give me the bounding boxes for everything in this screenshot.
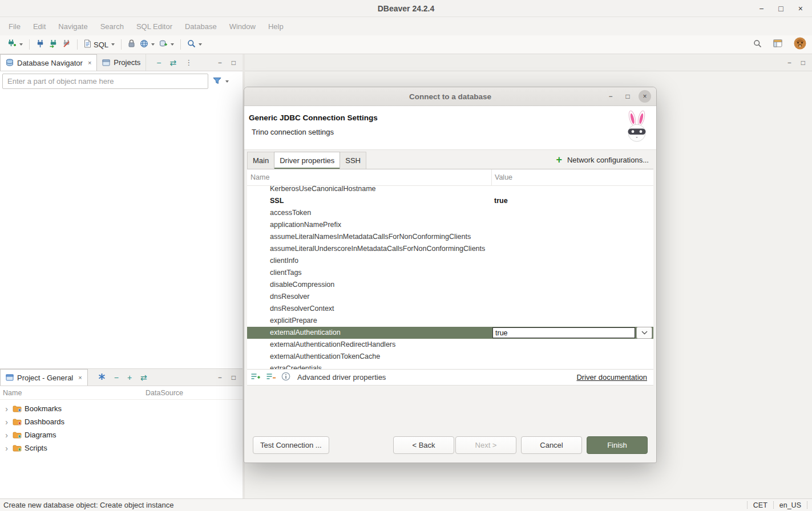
- menu-item-file[interactable]: File: [2, 19, 27, 34]
- tab-projects[interactable]: Projects: [97, 54, 146, 71]
- chevron-down-icon: [171, 43, 174, 46]
- filter-settings-button[interactable]: [213, 76, 229, 87]
- search-metadata-button[interactable]: [185, 38, 204, 52]
- menu-item-search[interactable]: Search: [94, 19, 130, 34]
- configure-columns-icon[interactable]: [98, 372, 106, 383]
- window-layout-icon[interactable]: [773, 39, 782, 50]
- chevron-right-icon[interactable]: ›: [3, 417, 10, 427]
- disconnect-button[interactable]: [60, 38, 73, 52]
- dialog-tab-ssh[interactable]: SSH: [340, 152, 366, 169]
- property-row-externalauthenticationtokencache[interactable]: externalAuthenticationTokenCache: [247, 351, 653, 363]
- minimize-panel-icon[interactable]: −: [218, 374, 222, 382]
- menu-item-help[interactable]: Help: [262, 19, 290, 34]
- dialog-tab-main[interactable]: Main: [247, 152, 274, 169]
- expand-all-icon[interactable]: +: [127, 374, 132, 382]
- chevron-right-icon[interactable]: ›: [3, 444, 10, 453]
- status-timezone[interactable]: CET: [753, 501, 767, 509]
- property-row-ssl[interactable]: SSLtrue: [247, 195, 653, 207]
- navigator-panel-controls: − □: [218, 54, 243, 71]
- tree-item-dashboards[interactable]: ›Dashboards: [0, 415, 243, 428]
- chevron-right-icon[interactable]: ›: [3, 431, 10, 440]
- transaction-commit-button[interactable]: [157, 38, 176, 52]
- column-header-name[interactable]: Name: [247, 173, 491, 181]
- commit-mode-button[interactable]: [126, 38, 138, 52]
- tab-database-navigator[interactable]: Database Navigator×: [0, 54, 97, 71]
- column-header-datasource[interactable]: DataSource: [146, 389, 183, 397]
- dialog-titlebar[interactable]: Connect to a database − □ ×: [244, 87, 656, 106]
- back-button[interactable]: < Back: [393, 436, 454, 454]
- column-header-value[interactable]: Value: [491, 169, 653, 185]
- global-search-icon[interactable]: [753, 39, 762, 50]
- driver-documentation-link[interactable]: Driver documentation: [576, 373, 649, 382]
- property-row-assumeliteralunderscoreinmetadatacallsfornonconformingclients[interactable]: assumeLiteralUnderscoreInMetadataCallsFo…: [247, 243, 653, 255]
- maximize-panel-icon[interactable]: □: [801, 59, 805, 67]
- remove-property-icon[interactable]: [266, 372, 276, 383]
- cancel-button[interactable]: Cancel: [521, 436, 582, 454]
- property-row-dnsresolver[interactable]: dnsResolver: [247, 291, 653, 303]
- tree-item-diagrams[interactable]: ›Diagrams: [0, 428, 243, 441]
- collapse-all-icon[interactable]: −: [156, 59, 161, 67]
- tab-project-general[interactable]: Project - General ×: [0, 369, 88, 386]
- property-row-applicationnameprefix[interactable]: applicationNamePrefix: [247, 219, 653, 231]
- lock-icon: [128, 39, 135, 50]
- chevron-right-icon[interactable]: ›: [3, 404, 10, 413]
- window-minimize-button[interactable]: −: [759, 5, 763, 13]
- property-row-externalauthentication[interactable]: externalAuthentication: [247, 327, 653, 339]
- menu-item-edit[interactable]: Edit: [27, 19, 52, 34]
- isolation-level-button[interactable]: [138, 38, 157, 52]
- value-dropdown-button[interactable]: [636, 327, 652, 339]
- property-row-kerberosusecanonicalhostname[interactable]: KerberosUseCanonicalHostname: [247, 186, 653, 195]
- sql-editor-button[interactable]: SQL: [82, 38, 117, 52]
- menu-item-navigate[interactable]: Navigate: [52, 19, 94, 34]
- properties-rows[interactable]: KerberosUseCanonicalHostnameSSLtrueacces…: [247, 186, 653, 369]
- property-row-externalauthenticationredirecthandlers[interactable]: externalAuthenticationRedirectHandlers: [247, 339, 653, 351]
- object-filter-input[interactable]: [2, 74, 208, 89]
- menu-item-window[interactable]: Window: [223, 19, 262, 34]
- property-row-explicitprepare[interactable]: explicitPrepare: [247, 315, 653, 327]
- maximize-panel-icon[interactable]: □: [232, 374, 236, 382]
- tree-item-scripts[interactable]: ›Scripts: [0, 441, 243, 455]
- property-row-dnsresolvercontext[interactable]: dnsResolverContext: [247, 303, 653, 315]
- link-with-editor-icon[interactable]: ⇄: [170, 59, 177, 67]
- minimize-panel-icon[interactable]: −: [787, 59, 791, 67]
- window-close-button[interactable]: ×: [798, 5, 803, 13]
- dialog-close-button[interactable]: ×: [639, 90, 651, 103]
- property-row-extracredentials[interactable]: extraCredentials: [247, 363, 653, 369]
- dialog-minimize-button[interactable]: −: [604, 90, 617, 103]
- user-avatar[interactable]: [794, 37, 806, 52]
- close-tab-icon[interactable]: ×: [78, 374, 82, 381]
- property-row-disablecompression[interactable]: disableCompression: [247, 279, 653, 291]
- menu-item-database[interactable]: Database: [179, 19, 223, 34]
- finish-button[interactable]: Finish: [587, 436, 648, 454]
- minimize-panel-icon[interactable]: −: [218, 59, 222, 67]
- column-header-name[interactable]: Name: [0, 389, 146, 397]
- property-name: accessToken: [247, 207, 491, 219]
- navigator-tree[interactable]: [0, 91, 243, 368]
- dialog-maximize-button[interactable]: □: [621, 90, 634, 103]
- collapse-all-icon[interactable]: −: [114, 374, 119, 382]
- link-with-editor-icon[interactable]: ⇄: [140, 374, 147, 382]
- property-row-clienttags[interactable]: clientTags: [247, 267, 653, 279]
- connect-button[interactable]: [34, 38, 47, 52]
- close-tab-icon[interactable]: ×: [88, 59, 91, 66]
- property-row-clientinfo[interactable]: clientInfo: [247, 255, 653, 267]
- view-menu-icon[interactable]: ⋮: [185, 59, 192, 66]
- test-connection-button[interactable]: Test Connection ...: [253, 436, 329, 454]
- property-name: dnsResolver: [247, 291, 491, 303]
- property-row-assumeliteralnamesinmetadatacallsfornonconformingclients[interactable]: assumeLiteralNamesInMetadataCallsForNonC…: [247, 231, 653, 243]
- add-property-icon[interactable]: [251, 372, 260, 383]
- window-maximize-button[interactable]: □: [778, 5, 783, 13]
- menu-item-sql-editor[interactable]: SQL Editor: [130, 19, 179, 34]
- property-row-accesstoken[interactable]: accessToken: [247, 207, 653, 219]
- property-value-input[interactable]: [492, 327, 635, 338]
- tree-item-bookmarks[interactable]: ›Bookmarks: [0, 402, 243, 415]
- status-locale[interactable]: en_US: [779, 501, 801, 509]
- network-configurations-button[interactable]: + Network configurations...: [556, 155, 653, 165]
- status-bar: Create new database object: Create objec…: [0, 498, 812, 511]
- maximize-panel-icon[interactable]: □: [232, 59, 236, 67]
- dialog-tab-driver-properties[interactable]: Driver properties: [274, 152, 340, 169]
- new-connection-icon: [7, 39, 17, 50]
- new-connection-button[interactable]: [5, 37, 25, 52]
- tab-icon-projects: [102, 59, 110, 67]
- reconnect-button[interactable]: [47, 38, 60, 52]
